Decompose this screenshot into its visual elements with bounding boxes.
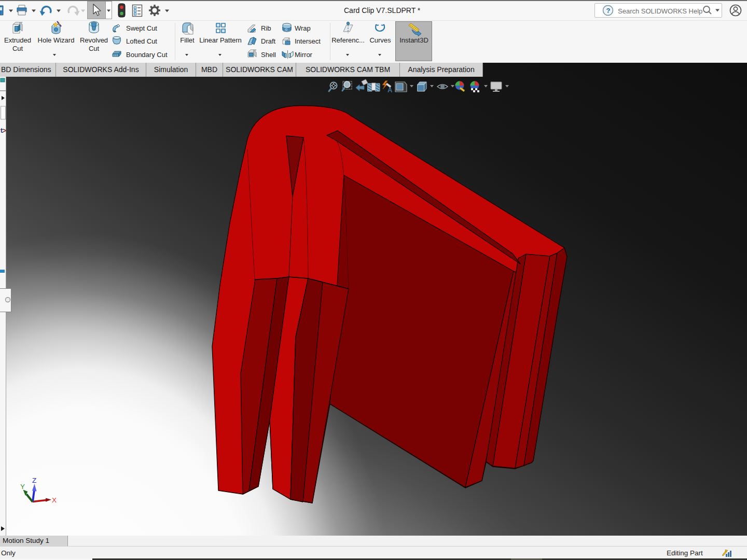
svg-text:X: X	[52, 496, 57, 504]
svg-text:>: >	[3, 128, 6, 135]
svg-text:?: ?	[606, 7, 611, 15]
svg-text:G: G	[285, 28, 288, 31]
svg-text:A: A	[388, 86, 393, 94]
svg-text:Z: Z	[32, 477, 36, 484]
svg-text:Y: Y	[20, 483, 25, 491]
